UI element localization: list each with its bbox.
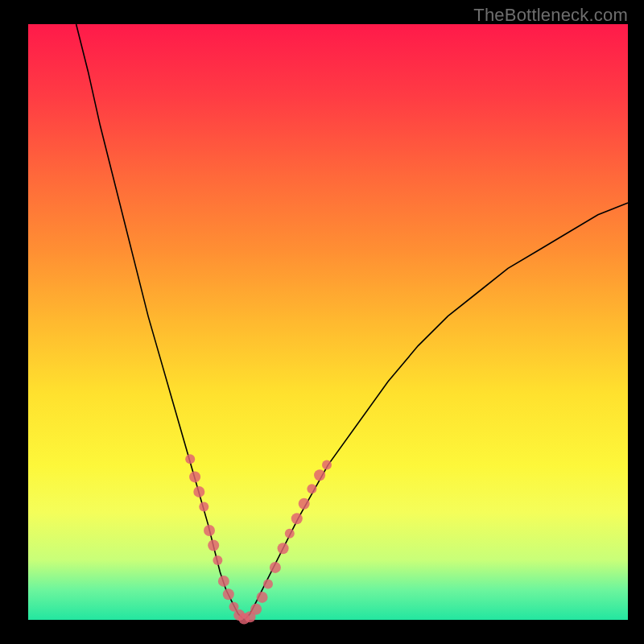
curve-marker <box>218 576 229 587</box>
curve-marker <box>199 502 208 511</box>
curve-marker <box>193 486 204 497</box>
curve-marker <box>250 604 262 615</box>
chart-svg <box>28 24 628 620</box>
watermark-text: TheBottleneck.com <box>473 5 628 26</box>
curve-marker <box>185 454 195 464</box>
marker-group <box>185 454 332 624</box>
curve-marker <box>285 529 295 539</box>
curve-marker <box>291 513 303 524</box>
curve-marker <box>208 540 219 551</box>
plot-area <box>28 24 628 620</box>
curve-marker <box>314 469 325 481</box>
curve-marker <box>322 460 332 470</box>
chart-frame: TheBottleneck.com <box>0 0 644 644</box>
curve-marker <box>204 525 215 536</box>
curve-marker <box>270 562 281 573</box>
curve-marker <box>257 592 268 603</box>
curve-marker <box>307 484 316 493</box>
curve-marker <box>299 498 310 510</box>
bottleneck-curve <box>76 24 628 620</box>
curve-marker <box>189 471 200 482</box>
curve-marker <box>223 588 234 600</box>
curve-marker <box>278 543 289 554</box>
curve-marker <box>263 580 273 589</box>
curve-marker <box>213 555 222 565</box>
